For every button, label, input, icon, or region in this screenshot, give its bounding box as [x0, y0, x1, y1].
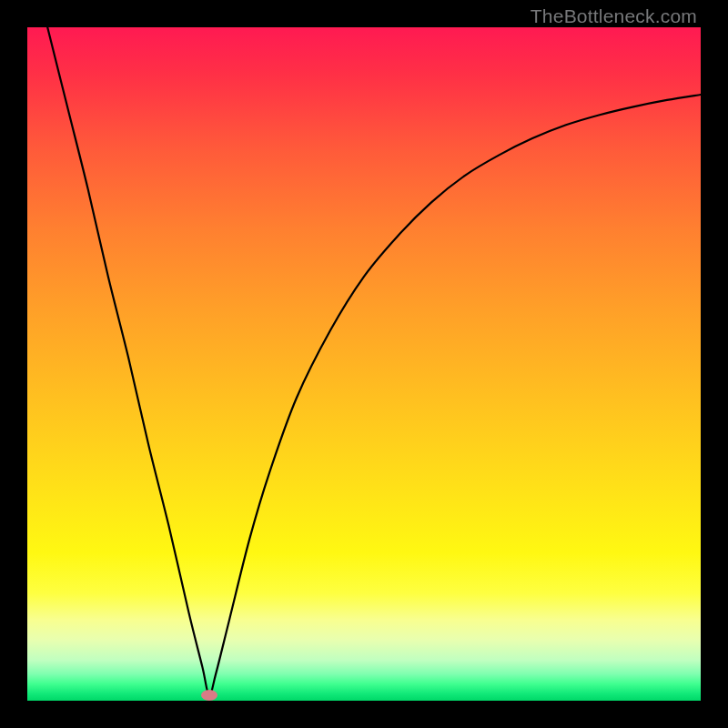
watermark-text: TheBottleneck.com — [531, 5, 697, 27]
bottleneck-curve — [47, 27, 701, 695]
plot-area — [27, 27, 701, 701]
minimum-marker — [201, 690, 217, 701]
chart-frame: TheBottleneck.com — [0, 0, 728, 728]
curve-svg — [27, 27, 701, 701]
